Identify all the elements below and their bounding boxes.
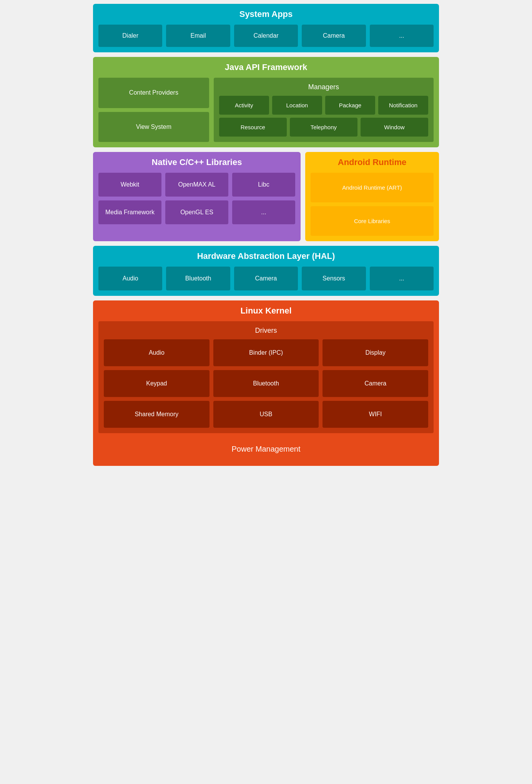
managers-row1: Activity Location Package Notification [219, 96, 428, 115]
libc-box: Libc [232, 173, 295, 197]
android-runtime-title: Android Runtime [311, 157, 434, 167]
hal-sensors-box: Sensors [302, 267, 366, 290]
linux-kernel-title: Linux Kernel [98, 306, 434, 316]
driver-bluetooth-box: Bluetooth [213, 370, 319, 397]
driver-wifi-box: WIFI [323, 401, 428, 428]
power-management-box: Power Management [98, 438, 434, 460]
core-libraries-box: Core Libraries [311, 206, 434, 236]
system-apps-section: System Apps Dialer Email Calendar Camera… [93, 4, 439, 52]
native-libs-title: Native C/C++ Libraries [98, 157, 295, 167]
drivers-grid: Audio Binder (IPC) Display Keypad Blueto… [104, 339, 428, 428]
native-more-box: ... [232, 200, 295, 224]
managers-row2: Resource Telephony Window [219, 118, 428, 137]
linux-kernel-section: Linux Kernel Drivers Audio Binder (IPC) … [93, 300, 439, 466]
camera-box: Camera [302, 25, 366, 47]
driver-camera-box: Camera [323, 370, 428, 397]
drivers-title: Drivers [104, 327, 428, 335]
driver-display-box: Display [323, 339, 428, 366]
java-api-left: Content Providers View System [98, 78, 209, 142]
native-libs-section: Native C/C++ Libraries Webkit OpenMAX AL… [93, 152, 301, 241]
hal-audio-box: Audio [98, 267, 162, 290]
java-api-section: Java API Framework Content Providers Vie… [93, 57, 439, 147]
managers-box: Managers Activity Location Package Notif… [214, 78, 434, 142]
window-box: Window [361, 118, 428, 137]
dialer-box: Dialer [98, 25, 162, 47]
driver-keypad-box: Keypad [104, 370, 209, 397]
resource-box: Resource [219, 118, 287, 137]
hal-bluetooth-box: Bluetooth [166, 267, 230, 290]
hal-section: Hardware Abstraction Layer (HAL) Audio B… [93, 246, 439, 296]
webkit-box: Webkit [98, 173, 161, 197]
system-apps-title: System Apps [98, 9, 434, 19]
view-system-box: View System [98, 112, 209, 142]
native-libs-grid: Webkit OpenMAX AL Libc Media Framework O… [98, 173, 295, 224]
art-box: Android Runtime (ART) [311, 173, 434, 202]
android-runtime-section: Android Runtime Android Runtime (ART) Co… [305, 152, 439, 241]
drivers-row1: Audio Binder (IPC) Display [104, 339, 428, 366]
android-runtime-inner: Android Runtime (ART) Core Libraries [311, 173, 434, 236]
java-api-inner: Content Providers View System Managers A… [98, 78, 434, 142]
hal-items: Audio Bluetooth Camera Sensors ... [98, 267, 434, 290]
location-box: Location [272, 96, 322, 115]
native-libs-row1: Webkit OpenMAX AL Libc [98, 173, 295, 197]
driver-shared-memory-box: Shared Memory [104, 401, 209, 428]
drivers-section: Drivers Audio Binder (IPC) Display Keypa… [98, 321, 434, 433]
opengl-box: OpenGL ES [165, 200, 228, 224]
drivers-row3: Shared Memory USB WIFI [104, 401, 428, 428]
email-box: Email [166, 25, 230, 47]
driver-binder-box: Binder (IPC) [213, 339, 319, 366]
calendar-box: Calendar [234, 25, 298, 47]
hal-title: Hardware Abstraction Layer (HAL) [98, 251, 434, 261]
drivers-row2: Keypad Bluetooth Camera [104, 370, 428, 397]
telephony-box: Telephony [290, 118, 357, 137]
content-providers-box: Content Providers [98, 78, 209, 108]
notification-box: Notification [378, 96, 428, 115]
more-apps-box: ... [370, 25, 434, 47]
architecture-diagram: System Apps Dialer Email Calendar Camera… [93, 4, 439, 466]
media-framework-box: Media Framework [98, 200, 161, 224]
hal-camera-box: Camera [234, 267, 298, 290]
native-runtime-row: Native C/C++ Libraries Webkit OpenMAX AL… [93, 152, 439, 241]
driver-usb-box: USB [213, 401, 319, 428]
openmax-box: OpenMAX AL [165, 173, 228, 197]
java-api-title: Java API Framework [98, 62, 434, 72]
package-box: Package [325, 96, 375, 115]
hal-more-box: ... [370, 267, 434, 290]
managers-grid: Activity Location Package Notification R… [219, 96, 428, 137]
driver-audio-box: Audio [104, 339, 209, 366]
system-apps-items: Dialer Email Calendar Camera ... [98, 25, 434, 47]
activity-box: Activity [219, 96, 269, 115]
managers-title: Managers [219, 83, 428, 91]
native-libs-row2: Media Framework OpenGL ES ... [98, 200, 295, 224]
